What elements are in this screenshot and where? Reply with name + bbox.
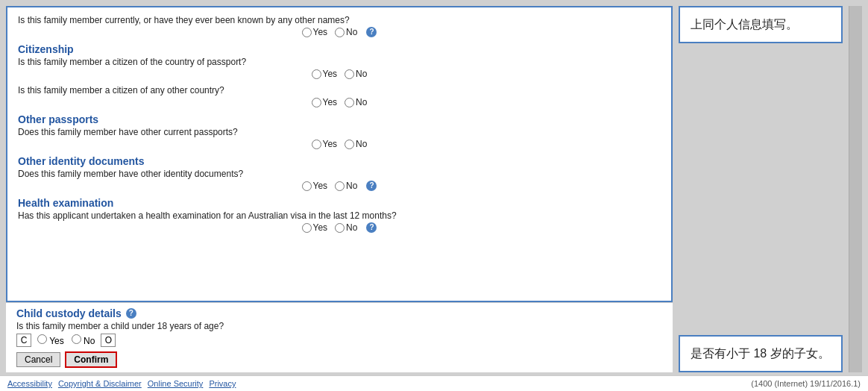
known-names-no-radio[interactable]	[335, 28, 345, 37]
citizenship-q2-yes-radio[interactable]	[312, 98, 321, 107]
copyright-link[interactable]: Copyright & Disclaimer	[58, 379, 142, 388]
known-names-no-label[interactable]: No	[335, 27, 357, 37]
custody-no-label[interactable]: No	[72, 334, 95, 346]
citizenship-q2-no-radio[interactable]	[345, 98, 354, 107]
citizenship-q1-no-label[interactable]: No	[345, 69, 367, 79]
footer: Accessibility Copyright & Disclaimer Onl…	[0, 375, 868, 391]
footer-version: (1400 (Internet) 19/11/2016.1)	[751, 379, 861, 388]
custody-no-radio[interactable]	[72, 334, 81, 344]
citizenship-title: Citizenship	[18, 43, 661, 55]
other-passports-no-label[interactable]: No	[345, 139, 367, 149]
scrollbar[interactable]	[849, 6, 862, 372]
top-annotation-text: 上同个人信息填写。	[691, 18, 798, 31]
health-help-icon[interactable]: ?	[366, 222, 377, 233]
known-names-yes-label[interactable]: Yes	[302, 27, 328, 37]
other-passports-yes-radio[interactable]	[312, 140, 321, 149]
health-yes-label[interactable]: Yes	[302, 222, 328, 233]
other-identity-question: Does this family member have other ident…	[18, 169, 661, 179]
o-indicator: O	[101, 334, 116, 347]
health-question: Has this applicant undertaken a health e…	[18, 210, 661, 221]
known-names-question: Is this family member currently, or have…	[18, 15, 661, 25]
citizenship-q2-yes-label[interactable]: Yes	[312, 97, 338, 107]
child-custody-help-icon[interactable]: ?	[126, 308, 136, 319]
other-passports-yes-label[interactable]: Yes	[312, 139, 338, 149]
citizenship-q1-yes-label[interactable]: Yes	[312, 69, 338, 79]
other-passports-question: Does this family member have other curre…	[18, 127, 661, 137]
top-annotation-box: 上同个人信息填写。	[679, 6, 843, 43]
health-no-radio[interactable]	[335, 223, 345, 233]
online-security-link[interactable]: Online Security	[148, 379, 204, 388]
other-identity-yes-radio[interactable]	[302, 181, 312, 191]
cancel-button[interactable]: Cancel	[16, 352, 60, 367]
health-no-label[interactable]: No	[335, 222, 357, 233]
c-indicator: C	[16, 334, 31, 347]
other-identity-yes-label[interactable]: Yes	[302, 181, 328, 191]
child-custody-question: Is this family member a child under 18 y…	[16, 321, 662, 331]
bottom-annotation-box: 是否有小于 18 岁的子女。	[679, 335, 843, 372]
privacy-link[interactable]: Privacy	[209, 379, 236, 388]
health-yes-radio[interactable]	[302, 223, 312, 233]
accessibility-link[interactable]: Accessibility	[7, 379, 52, 388]
custody-yes-label[interactable]: Yes	[37, 334, 64, 346]
other-identity-no-radio[interactable]	[335, 181, 345, 191]
citizenship-q1-yes-radio[interactable]	[312, 69, 321, 79]
citizenship-q1-no-radio[interactable]	[345, 69, 354, 79]
child-custody-title: Child custody details	[16, 307, 122, 319]
known-names-help-icon[interactable]: ?	[366, 27, 377, 37]
other-identity-no-label[interactable]: No	[335, 181, 357, 191]
other-passports-no-radio[interactable]	[345, 140, 354, 149]
citizenship-q2-no-label[interactable]: No	[345, 97, 367, 107]
known-names-yes-radio[interactable]	[302, 28, 312, 37]
citizenship-q2: Is this family member a citizen of any o…	[18, 85, 661, 96]
confirm-button[interactable]: Confirm	[65, 351, 117, 368]
custody-yes-radio[interactable]	[37, 334, 47, 344]
other-passports-title: Other passports	[18, 113, 661, 125]
other-identity-help-icon[interactable]: ?	[366, 181, 377, 191]
footer-links: Accessibility Copyright & Disclaimer Onl…	[7, 379, 236, 388]
citizenship-q1: Is this family member a citizen of the c…	[18, 57, 661, 67]
health-title: Health examination	[18, 197, 661, 209]
other-identity-title: Other identity documents	[18, 155, 661, 167]
bottom-annotation-text: 是否有小于 18 岁的子女。	[691, 347, 830, 360]
